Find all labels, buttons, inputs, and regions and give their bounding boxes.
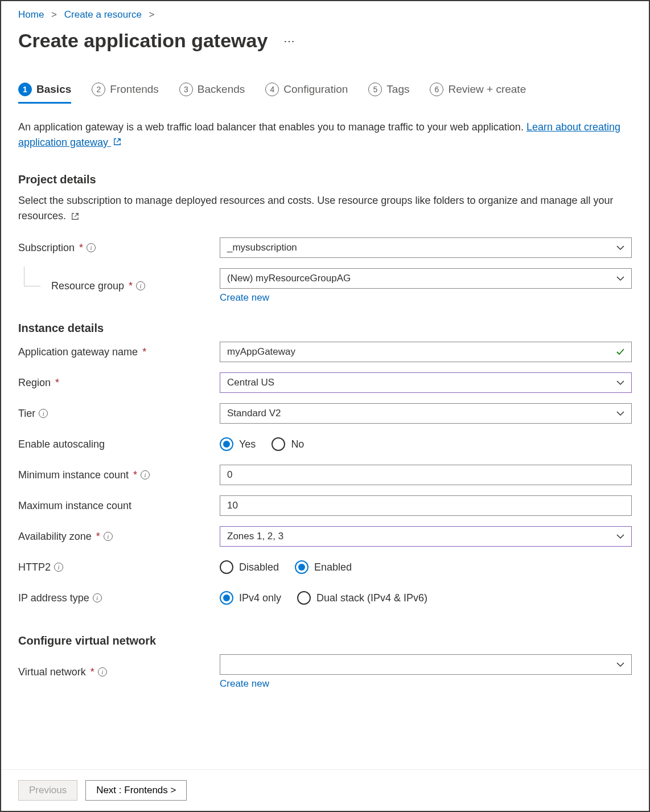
tier-value: Standard V2 bbox=[227, 408, 281, 419]
section-virtual-network: Configure virtual network bbox=[18, 634, 632, 647]
info-icon[interactable]: i bbox=[141, 470, 150, 479]
info-icon[interactable]: i bbox=[87, 243, 96, 252]
step-badge: 3 bbox=[179, 83, 193, 96]
section-project-details: Project details bbox=[18, 173, 632, 186]
autoscaling-label: Enable autoscaling bbox=[18, 438, 105, 450]
tier-select[interactable]: Standard V2 bbox=[220, 403, 632, 424]
radio-label: Yes bbox=[239, 438, 256, 450]
autoscaling-no-radio[interactable]: No bbox=[271, 437, 304, 451]
http2-enabled-radio[interactable]: Enabled bbox=[295, 560, 352, 574]
tab-label: Basics bbox=[36, 83, 71, 96]
required-icon: * bbox=[79, 243, 83, 253]
chevron-right-icon: > bbox=[51, 9, 57, 20]
virtual-network-label: Virtual network bbox=[18, 666, 86, 678]
ip-type-label: IP address type bbox=[18, 592, 89, 604]
region-select[interactable]: Central US bbox=[220, 372, 632, 393]
min-instance-label: Minimum instance count bbox=[18, 469, 129, 481]
previous-button: Previous bbox=[18, 780, 77, 801]
required-icon: * bbox=[90, 667, 94, 677]
tab-backends[interactable]: 3 Backends bbox=[179, 80, 245, 103]
checkmark-icon bbox=[615, 347, 626, 357]
tab-label: Frontends bbox=[110, 83, 159, 96]
required-icon: * bbox=[133, 470, 137, 480]
chevron-down-icon bbox=[616, 411, 624, 416]
resource-group-select[interactable]: (New) myResourceGroupAG bbox=[220, 268, 632, 289]
availability-zone-value: Zones 1, 2, 3 bbox=[227, 531, 283, 542]
info-icon[interactable]: i bbox=[98, 667, 107, 676]
gateway-name-input[interactable]: myAppGateway bbox=[220, 342, 632, 362]
ip-v4-radio[interactable]: IPv4 only bbox=[220, 591, 281, 605]
more-icon[interactable]: ⋯ bbox=[283, 35, 296, 47]
http2-disabled-radio[interactable]: Disabled bbox=[220, 560, 279, 574]
breadcrumb-create-resource[interactable]: Create a resource bbox=[64, 9, 142, 20]
tab-basics[interactable]: 1 Basics bbox=[18, 80, 71, 103]
radio-label: Dual stack (IPv4 & IPv6) bbox=[316, 592, 427, 604]
tab-description: An application gateway is a web traffic … bbox=[18, 120, 632, 150]
required-icon: * bbox=[96, 531, 100, 542]
gateway-name-label: Application gateway name bbox=[18, 346, 138, 358]
region-label: Region bbox=[18, 377, 51, 389]
resource-group-label: Resource group bbox=[51, 280, 124, 292]
gateway-name-value: myAppGateway bbox=[227, 346, 295, 358]
info-icon[interactable]: i bbox=[54, 563, 63, 572]
wizard-footer: Previous Next : Frontends > bbox=[1, 769, 649, 811]
info-icon[interactable]: i bbox=[39, 409, 48, 418]
project-details-desc: Select the subscription to manage deploy… bbox=[18, 193, 632, 224]
subscription-value: _mysubscription bbox=[227, 242, 297, 253]
radio-label: IPv4 only bbox=[239, 592, 281, 604]
tab-label: Backends bbox=[198, 83, 245, 96]
chevron-down-icon bbox=[616, 276, 624, 281]
breadcrumb: Home > Create a resource > bbox=[18, 9, 632, 20]
section-instance-details: Instance details bbox=[18, 322, 632, 335]
create-new-vnet-link[interactable]: Create new bbox=[220, 678, 269, 690]
region-value: Central US bbox=[227, 377, 274, 388]
radio-label: Disabled bbox=[239, 561, 279, 573]
step-badge: 6 bbox=[430, 83, 443, 96]
autoscaling-radio-group: Yes No bbox=[220, 434, 632, 454]
tab-review-create[interactable]: 6 Review + create bbox=[430, 80, 526, 103]
step-badge: 2 bbox=[92, 83, 105, 96]
tier-label: Tier bbox=[18, 408, 35, 420]
virtual-network-select[interactable] bbox=[220, 654, 632, 675]
tab-tags[interactable]: 5 Tags bbox=[368, 80, 409, 103]
subscription-label: Subscription bbox=[18, 242, 75, 254]
availability-zone-select[interactable]: Zones 1, 2, 3 bbox=[220, 526, 632, 547]
resource-group-value: (New) myResourceGroupAG bbox=[227, 273, 351, 284]
tab-label: Review + create bbox=[448, 83, 526, 96]
step-badge: 5 bbox=[368, 83, 382, 96]
autoscaling-yes-radio[interactable]: Yes bbox=[220, 437, 256, 451]
info-icon[interactable]: i bbox=[93, 593, 102, 602]
step-badge: 4 bbox=[265, 83, 279, 96]
tab-frontends[interactable]: 2 Frontends bbox=[92, 80, 159, 103]
http2-radio-group: Disabled Enabled bbox=[220, 557, 632, 577]
subscription-select[interactable]: _mysubscription bbox=[220, 237, 632, 258]
required-icon: * bbox=[129, 281, 133, 291]
create-new-rg-link[interactable]: Create new bbox=[220, 292, 269, 304]
breadcrumb-home[interactable]: Home bbox=[18, 9, 44, 20]
external-link-icon bbox=[71, 212, 79, 220]
page-title: Create application gateway bbox=[18, 30, 268, 52]
availability-zone-label: Availability zone bbox=[18, 531, 92, 543]
radio-label: No bbox=[291, 438, 304, 450]
ip-type-radio-group: IPv4 only Dual stack (IPv4 & IPv6) bbox=[220, 588, 632, 608]
tab-label: Configuration bbox=[283, 83, 348, 96]
radio-label: Enabled bbox=[314, 561, 352, 573]
chevron-down-icon bbox=[616, 534, 624, 539]
external-link-icon bbox=[113, 138, 121, 146]
info-icon[interactable]: i bbox=[104, 532, 113, 541]
chevron-down-icon bbox=[616, 245, 624, 251]
step-badge: 1 bbox=[18, 83, 32, 96]
chevron-down-icon bbox=[616, 662, 624, 667]
max-instance-label: Maximum instance count bbox=[18, 500, 131, 512]
next-button[interactable]: Next : Frontends > bbox=[85, 780, 187, 801]
ip-dualstack-radio[interactable]: Dual stack (IPv4 & IPv6) bbox=[297, 591, 427, 605]
chevron-down-icon bbox=[616, 380, 624, 386]
info-icon[interactable]: i bbox=[136, 281, 145, 290]
tab-configuration[interactable]: 4 Configuration bbox=[265, 80, 348, 103]
chevron-right-icon: > bbox=[149, 9, 155, 20]
http2-label: HTTP2 bbox=[18, 561, 51, 573]
wizard-tabs: 1 Basics 2 Frontends 3 Backends 4 Config… bbox=[18, 80, 632, 104]
min-instance-input[interactable]: 0 bbox=[220, 465, 632, 485]
required-icon: * bbox=[142, 347, 146, 357]
max-instance-input[interactable]: 10 bbox=[220, 495, 632, 516]
